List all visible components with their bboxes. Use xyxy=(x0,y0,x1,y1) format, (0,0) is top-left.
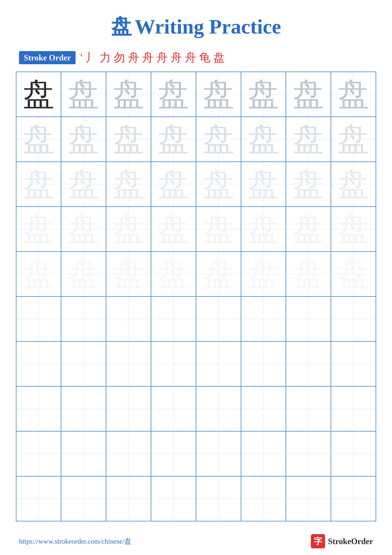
grid-cell-empty[interactable] xyxy=(331,341,376,386)
page: 盘 Writing Practice Stroke Order ' 丿 力 勿 … xyxy=(0,0,392,555)
grid-cell-empty[interactable] xyxy=(61,431,106,476)
grid-cell-empty[interactable] xyxy=(196,476,241,521)
grid-cell[interactable]: 盘 xyxy=(151,162,196,207)
practice-char: 盘 xyxy=(292,213,324,245)
page-title: 盘 Writing Practice xyxy=(111,13,281,41)
grid-cell-empty[interactable] xyxy=(196,297,241,341)
grid-cell[interactable]: 盘 xyxy=(16,117,61,162)
grid-cell[interactable]: 盘 xyxy=(106,117,151,162)
practice-char: 盘 xyxy=(203,213,234,245)
grid-cell[interactable]: 盘 xyxy=(241,252,286,297)
grid-cell[interactable]: 盘 xyxy=(16,72,61,117)
practice-grid[interactable]: 盘 盘 盘 盘 盘 盘 盘 盘 盘 盘 盘 xyxy=(16,72,376,521)
grid-cell-empty[interactable] xyxy=(241,476,286,521)
grid-cell-empty[interactable] xyxy=(331,431,376,476)
stroke-sequence: ' 丿 力 勿 舟 舟 舟 舟 舟 龟 盘 xyxy=(80,50,225,65)
grid-cell[interactable]: 盘 xyxy=(286,207,331,252)
stroke-order-badge: Stroke Order xyxy=(19,51,76,64)
stroke-10: 龟 xyxy=(199,50,210,65)
grid-cell[interactable]: 盘 xyxy=(61,117,106,162)
grid-cell[interactable]: 盘 xyxy=(196,162,241,207)
grid-cell[interactable]: 盘 xyxy=(331,72,376,117)
grid-cell[interactable]: 盘 xyxy=(286,72,331,117)
grid-cell-empty[interactable] xyxy=(196,431,241,476)
grid-cell[interactable]: 盘 xyxy=(241,207,286,252)
grid-cell[interactable]: 盘 xyxy=(331,252,376,297)
grid-cell-empty[interactable] xyxy=(151,386,196,431)
footer-url[interactable]: https://www.strokeorder.com/chinese/盘 xyxy=(19,537,131,546)
grid-cell-empty[interactable] xyxy=(61,341,106,386)
grid-cell-empty[interactable] xyxy=(106,341,151,386)
grid-cell[interactable]: 盘 xyxy=(241,117,286,162)
grid-cell-empty[interactable] xyxy=(16,386,61,431)
grid-cell-empty[interactable] xyxy=(151,431,196,476)
grid-cell-empty[interactable] xyxy=(286,476,331,521)
grid-cell-empty[interactable] xyxy=(61,297,106,341)
grid-cell-empty[interactable] xyxy=(331,297,376,341)
grid-cell[interactable]: 盘 xyxy=(151,117,196,162)
grid-cell[interactable]: 盘 xyxy=(151,207,196,252)
grid-cell-empty[interactable] xyxy=(61,476,106,521)
grid-cell-empty[interactable] xyxy=(286,431,331,476)
grid-cell-empty[interactable] xyxy=(106,297,151,341)
grid-cell[interactable]: 盘 xyxy=(61,72,106,117)
practice-char: 盘 xyxy=(113,258,144,290)
grid-cell[interactable]: 盘 xyxy=(16,162,61,207)
grid-cell-empty[interactable] xyxy=(331,476,376,521)
grid-cell[interactable]: 盘 xyxy=(331,117,376,162)
practice-char: 盘 xyxy=(338,79,369,110)
practice-char: 盘 xyxy=(23,79,54,110)
grid-cell[interactable]: 盘 xyxy=(16,207,61,252)
grid-cell[interactable]: 盘 xyxy=(106,162,151,207)
grid-cell[interactable]: 盘 xyxy=(16,252,61,297)
grid-cell-empty[interactable] xyxy=(16,297,61,341)
practice-char: 盘 xyxy=(338,168,369,200)
stroke-order-row: Stroke Order ' 丿 力 勿 舟 舟 舟 舟 舟 龟 盘 xyxy=(16,50,376,65)
grid-cell-empty[interactable] xyxy=(16,341,61,386)
grid-cell[interactable]: 盘 xyxy=(286,117,331,162)
grid-cell-empty[interactable] xyxy=(241,297,286,341)
grid-cell[interactable]: 盘 xyxy=(151,72,196,117)
stroke-3: 力 xyxy=(100,50,111,65)
grid-cell[interactable]: 盘 xyxy=(331,207,376,252)
grid-cell[interactable]: 盘 xyxy=(106,252,151,297)
grid-cell-empty[interactable] xyxy=(196,341,241,386)
grid-cell-empty[interactable] xyxy=(16,431,61,476)
grid-cell-empty[interactable] xyxy=(241,341,286,386)
grid-cell-empty[interactable] xyxy=(61,386,106,431)
grid-cell[interactable]: 盘 xyxy=(106,207,151,252)
grid-cell-empty[interactable] xyxy=(286,386,331,431)
stroke-8: 舟 xyxy=(171,50,182,65)
grid-cell[interactable]: 盘 xyxy=(196,72,241,117)
grid-cell-empty[interactable] xyxy=(106,386,151,431)
grid-cell[interactable]: 盘 xyxy=(151,252,196,297)
grid-cell[interactable]: 盘 xyxy=(286,162,331,207)
grid-cell[interactable]: 盘 xyxy=(196,252,241,297)
practice-char: 盘 xyxy=(113,79,144,110)
grid-cell-empty[interactable] xyxy=(241,386,286,431)
practice-char: 盘 xyxy=(203,79,234,110)
grid-cell[interactable]: 盘 xyxy=(196,207,241,252)
grid-cell[interactable]: 盘 xyxy=(241,162,286,207)
grid-cell-empty[interactable] xyxy=(241,431,286,476)
grid-cell[interactable]: 盘 xyxy=(331,162,376,207)
grid-cell-empty[interactable] xyxy=(106,431,151,476)
grid-cell-empty[interactable] xyxy=(196,386,241,431)
practice-char: 盘 xyxy=(113,213,144,245)
grid-cell-empty[interactable] xyxy=(151,476,196,521)
grid-cell[interactable]: 盘 xyxy=(61,252,106,297)
grid-cell-empty[interactable] xyxy=(151,341,196,386)
grid-cell-empty[interactable] xyxy=(151,297,196,341)
grid-cell[interactable]: 盘 xyxy=(61,162,106,207)
grid-cell[interactable]: 盘 xyxy=(286,252,331,297)
grid-cell[interactable]: 盘 xyxy=(61,207,106,252)
grid-cell-empty[interactable] xyxy=(286,341,331,386)
grid-cell-empty[interactable] xyxy=(106,476,151,521)
grid-cell[interactable]: 盘 xyxy=(241,72,286,117)
grid-cell[interactable]: 盘 xyxy=(196,117,241,162)
grid-cell[interactable]: 盘 xyxy=(106,72,151,117)
practice-char: 盘 xyxy=(68,213,99,245)
grid-cell-empty[interactable] xyxy=(331,386,376,431)
grid-cell-empty[interactable] xyxy=(286,297,331,341)
grid-cell-empty[interactable] xyxy=(16,476,61,521)
